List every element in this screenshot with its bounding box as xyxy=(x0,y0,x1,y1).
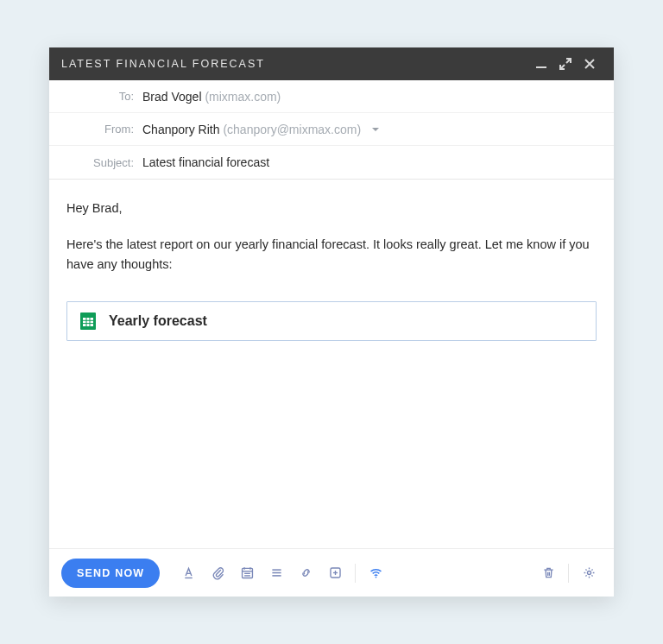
minimize-icon[interactable] xyxy=(529,52,553,76)
from-value: Chanpory Rith (chanpory@mixmax.com) xyxy=(142,123,380,136)
google-sheets-icon xyxy=(78,311,98,331)
link-icon[interactable] xyxy=(293,560,319,586)
window-title: LATEST FINANCIAL FORECAST xyxy=(61,58,265,70)
subject-row[interactable]: Subject: Latest financial forecast xyxy=(49,146,614,179)
to-value: Brad Vogel (mixmax.com) xyxy=(142,90,281,104)
header-fields: To: Brad Vogel (mixmax.com) From: Chanpo… xyxy=(49,80,614,180)
attachment-icon[interactable] xyxy=(205,560,230,586)
toolbar-divider xyxy=(355,564,356,583)
toolbar-divider-right xyxy=(568,564,569,583)
send-button[interactable]: SEND NOW xyxy=(61,559,160,588)
from-email: (chanpory@mixmax.com) xyxy=(223,123,361,136)
close-icon[interactable] xyxy=(578,52,602,76)
svg-point-23 xyxy=(587,571,590,574)
svg-rect-2 xyxy=(83,318,93,326)
wifi-icon[interactable] xyxy=(363,560,388,586)
toolbar: SEND NOW xyxy=(49,548,614,597)
expand-icon[interactable] xyxy=(553,52,578,76)
list-icon[interactable] xyxy=(263,560,289,586)
body-greeting: Hey Brad, xyxy=(66,199,597,218)
trash-icon[interactable] xyxy=(535,560,561,586)
compose-window: LATEST FINANCIAL FORECAST To: Brad Vogel… xyxy=(49,47,614,597)
from-name: Chanpory Rith xyxy=(142,123,220,136)
from-label: From: xyxy=(49,123,142,136)
subject-label: Subject: xyxy=(49,156,142,169)
to-name: Brad Vogel xyxy=(142,90,202,104)
from-row[interactable]: From: Chanpory Rith (chanpory@mixmax.com… xyxy=(49,113,614,146)
subject-value: Latest financial forecast xyxy=(142,155,269,169)
body-para1: Here's the latest report on our yearly f… xyxy=(66,235,597,274)
to-row[interactable]: To: Brad Vogel (mixmax.com) xyxy=(49,80,614,113)
svg-rect-0 xyxy=(536,66,546,68)
chevron-down-icon[interactable] xyxy=(371,125,380,134)
attachment-card[interactable]: Yearly forecast xyxy=(66,301,597,341)
insert-icon[interactable] xyxy=(322,560,348,586)
attachment-title: Yearly forecast xyxy=(109,311,207,332)
gear-icon[interactable] xyxy=(576,560,602,586)
titlebar: LATEST FINANCIAL FORECAST xyxy=(49,47,614,80)
text-format-icon[interactable] xyxy=(175,560,201,586)
to-label: To: xyxy=(49,90,142,103)
to-domain: (mixmax.com) xyxy=(205,90,281,104)
svg-point-20 xyxy=(376,577,377,578)
message-body[interactable]: Hey Brad, Here's the latest report on ou… xyxy=(49,180,614,548)
calendar-icon[interactable] xyxy=(234,560,260,586)
